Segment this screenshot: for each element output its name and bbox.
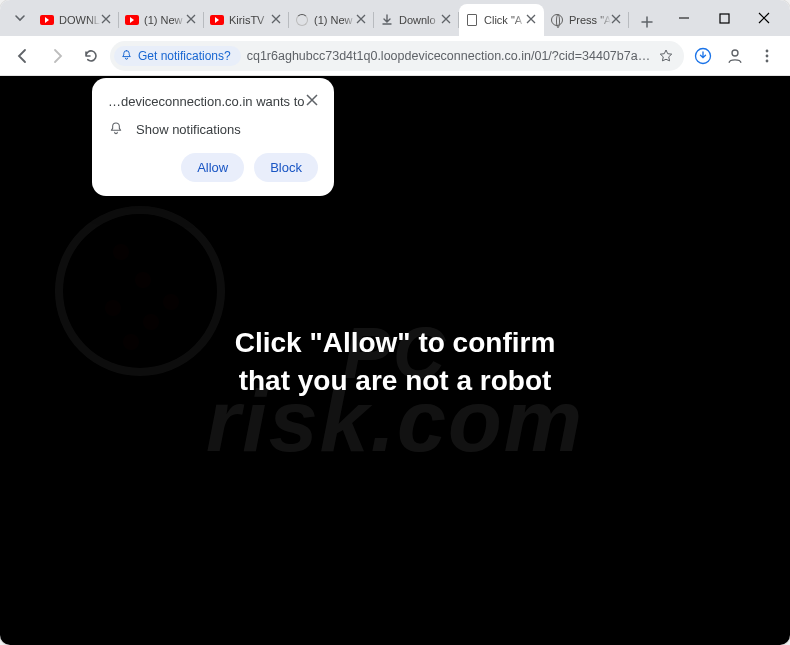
- page-viewport: PC risk.com Click "Allow" to confirm tha…: [0, 76, 790, 645]
- close-icon[interactable]: [526, 14, 538, 26]
- tab-title: DOWNL: [59, 14, 101, 26]
- back-button[interactable]: [8, 41, 38, 71]
- tab-item[interactable]: KirisTV: [204, 4, 289, 36]
- kebab-icon: [759, 48, 775, 64]
- tab-title: Downlo: [399, 14, 441, 26]
- bookmark-button[interactable]: [658, 48, 674, 64]
- url-text: cq1r6aghubcc73d4t1q0.loopdeviceconnectio…: [247, 49, 652, 63]
- tab-title: Click "A: [484, 14, 526, 26]
- downloads-button[interactable]: [688, 41, 718, 71]
- reload-button[interactable]: [76, 41, 106, 71]
- youtube-icon: [40, 13, 54, 27]
- star-icon: [658, 48, 674, 64]
- arrow-right-icon: [49, 48, 65, 64]
- window-controls: [664, 0, 784, 36]
- page-message-line2: that you are not a robot: [40, 362, 751, 400]
- permission-chip-label: Get notifications?: [138, 49, 231, 63]
- page-message-line1: Click "Allow" to confirm: [40, 324, 751, 362]
- tabs-container: DOWNL (1) New KirisTV (1) New Downlo: [34, 4, 629, 36]
- bell-icon: [108, 121, 124, 137]
- chevron-down-icon: [14, 12, 26, 24]
- address-bar[interactable]: Get notifications? cq1r6aghubcc73d4t1q0.…: [110, 41, 684, 71]
- page-message: Click "Allow" to confirm that you are no…: [40, 324, 751, 400]
- globe-icon: [550, 13, 564, 27]
- tab-item[interactable]: DOWNL: [34, 4, 119, 36]
- close-icon[interactable]: [101, 14, 113, 26]
- tab-search-button[interactable]: [6, 0, 34, 36]
- minimize-icon: [678, 12, 690, 24]
- close-icon[interactable]: [186, 14, 198, 26]
- reload-icon: [83, 48, 99, 64]
- toolbar: Get notifications? cq1r6aghubcc73d4t1q0.…: [0, 36, 790, 76]
- forward-button[interactable]: [42, 41, 72, 71]
- notification-site-text: …deviceconnection.co.in wants to: [108, 94, 305, 109]
- plus-icon: [641, 16, 653, 28]
- arrow-left-icon: [15, 48, 31, 64]
- close-icon[interactable]: [441, 14, 453, 26]
- profile-icon: [726, 47, 744, 65]
- youtube-icon: [125, 13, 139, 27]
- tab-title: KirisTV: [229, 14, 271, 26]
- tab-title: Press "A: [569, 14, 611, 26]
- maximize-button[interactable]: [704, 0, 744, 36]
- svg-point-5: [766, 59, 769, 62]
- tab-item-active[interactable]: Click "A: [459, 4, 544, 36]
- download-icon: [380, 13, 394, 27]
- document-icon: [465, 13, 479, 27]
- tab-item[interactable]: Downlo: [374, 4, 459, 36]
- svg-rect-0: [720, 14, 729, 23]
- close-icon[interactable]: [271, 14, 283, 26]
- tab-strip: DOWNL (1) New KirisTV (1) New Downlo: [0, 0, 790, 36]
- close-icon: [306, 94, 318, 106]
- tab-title: (1) New: [314, 14, 356, 26]
- svg-point-2: [732, 50, 738, 56]
- profile-button[interactable]: [720, 41, 750, 71]
- youtube-icon: [210, 13, 224, 27]
- tab-item[interactable]: (1) New: [119, 4, 204, 36]
- permission-chip[interactable]: Get notifications?: [114, 46, 241, 66]
- close-icon[interactable]: [356, 14, 368, 26]
- svg-point-4: [766, 54, 769, 57]
- notification-body-text: Show notifications: [136, 122, 241, 137]
- minimize-button[interactable]: [664, 0, 704, 36]
- bell-icon: [120, 49, 133, 62]
- close-icon: [758, 12, 770, 24]
- new-tab-button[interactable]: [633, 8, 661, 36]
- browser-window: DOWNL (1) New KirisTV (1) New Downlo: [0, 0, 790, 645]
- block-button[interactable]: Block: [254, 153, 318, 182]
- notification-permission-popup: …deviceconnection.co.in wants to Show no…: [92, 78, 334, 196]
- toolbar-right: [688, 41, 782, 71]
- close-window-button[interactable]: [744, 0, 784, 36]
- maximize-icon: [719, 13, 730, 24]
- tab-item[interactable]: (1) New: [289, 4, 374, 36]
- allow-button[interactable]: Allow: [181, 153, 244, 182]
- download-circle-icon: [693, 46, 713, 66]
- tab-title: (1) New: [144, 14, 186, 26]
- tab-item[interactable]: Press "A: [544, 4, 629, 36]
- loading-spinner-icon: [295, 13, 309, 27]
- svg-point-3: [766, 49, 769, 52]
- menu-button[interactable]: [752, 41, 782, 71]
- close-icon[interactable]: [611, 14, 623, 26]
- notification-close-button[interactable]: [306, 94, 318, 106]
